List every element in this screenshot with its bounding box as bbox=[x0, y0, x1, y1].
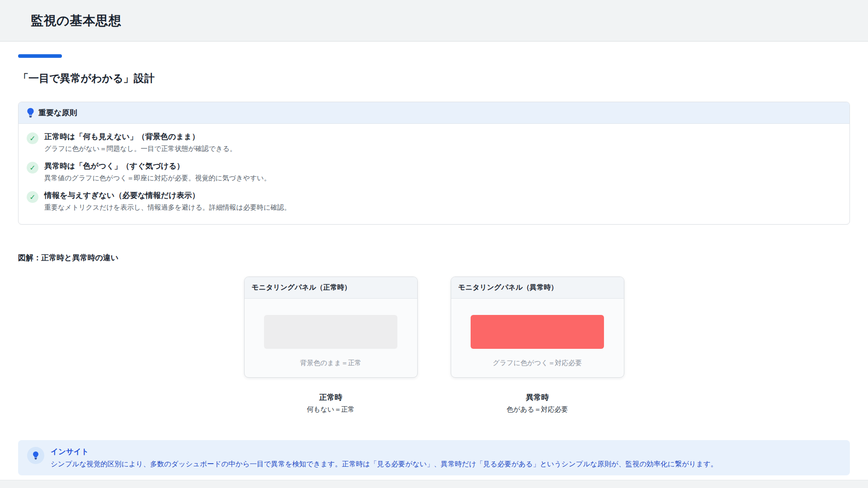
principle-item-description: 異常値のグラフに色がつく＝即座に対応が必要。視覚的に気づきやすい。 bbox=[44, 174, 271, 183]
graph-placeholder-normal bbox=[264, 315, 397, 349]
monitoring-panel-normal: モニタリングパネル（正常時） 背景色のまま＝正常 bbox=[244, 277, 418, 378]
footer-band bbox=[0, 480, 868, 488]
panel-header: モニタリングパネル（正常時） bbox=[245, 277, 417, 299]
principles-list: ✓ 正常時は「何も見えない」（背景色のまま） グラフに色がない＝問題なし。一目で… bbox=[19, 124, 849, 224]
principle-item-text: 正常時は「何も見えない」（背景色のまま） グラフに色がない＝問題なし。一目で正常… bbox=[44, 132, 236, 153]
insight-body: シンプルな視覚的区別により、多数のダッシュボードの中から一目で異常を検知できます… bbox=[51, 459, 717, 469]
panel-header: モニタリングパネル（異常時） bbox=[451, 277, 624, 299]
panel-caption: グラフに色がつく＝対応必要 bbox=[451, 359, 624, 367]
insight-box: インサイト シンプルな視覚的区別により、多数のダッシュボードの中から一目で異常を… bbox=[18, 440, 850, 476]
principles-header-label: 重要な原則 bbox=[38, 108, 77, 118]
section-heading: 「一目で異常がわかる」設計 bbox=[18, 71, 850, 85]
lightbulb-icon bbox=[27, 108, 34, 117]
panel-caption: 背景色のまま＝正常 bbox=[245, 359, 417, 367]
check-icon: ✓ bbox=[27, 132, 38, 144]
state-description-normal: 何もない＝正常 bbox=[307, 405, 354, 414]
monitoring-panel-alert: モニタリングパネル（異常時） グラフに色がつく＝対応必要 bbox=[451, 277, 624, 378]
principle-item: ✓ 異常時は「色がつく」（すぐ気づける） 異常値のグラフに色がつく＝即座に対応が… bbox=[27, 161, 841, 183]
panel-body: 背景色のまま＝正常 bbox=[245, 299, 417, 367]
check-icon: ✓ bbox=[27, 191, 38, 203]
state-title-alert: 異常時 bbox=[526, 392, 549, 403]
principle-item-title: 異常時は「色がつく」（すぐ気づける） bbox=[44, 161, 271, 172]
principle-item-title: 情報を与えすぎない（必要な情報だけ表示） bbox=[44, 191, 291, 201]
state-description-alert: 色がある＝対応必要 bbox=[506, 405, 568, 414]
graph-placeholder-alert bbox=[471, 315, 604, 349]
accent-bar bbox=[18, 54, 62, 58]
normal-state-column: モニタリングパネル（正常時） 背景色のまま＝正常 正常時 何もない＝正常 bbox=[244, 277, 418, 414]
state-title-normal: 正常時 bbox=[319, 392, 342, 403]
principle-item-text: 異常時は「色がつく」（すぐ気づける） 異常値のグラフに色がつく＝即座に対応が必要… bbox=[44, 161, 271, 183]
page-header: 監視の基本思想 bbox=[0, 0, 868, 42]
principle-item: ✓ 情報を与えすぎない（必要な情報だけ表示） 重要なメトリクスだけを表示し、情報… bbox=[27, 191, 841, 212]
diagram-cards-row: モニタリングパネル（正常時） 背景色のまま＝正常 正常時 何もない＝正常 モニタ… bbox=[18, 277, 850, 414]
principle-item-description: グラフに色がない＝問題なし。一目で正常状態が確認できる。 bbox=[44, 144, 236, 153]
principle-item-title: 正常時は「何も見えない」（背景色のまま） bbox=[44, 132, 236, 142]
alert-state-column: モニタリングパネル（異常時） グラフに色がつく＝対応必要 異常時 色がある＝対応… bbox=[451, 277, 624, 414]
page-title: 監視の基本思想 bbox=[31, 12, 121, 29]
check-icon: ✓ bbox=[27, 162, 38, 174]
insight-title: インサイト bbox=[51, 447, 717, 457]
main-content: 「一目で異常がわかる」設計 重要な原則 ✓ 正常時は「何も見えない」（背景色のま… bbox=[0, 54, 868, 475]
principles-box-header: 重要な原則 bbox=[19, 102, 849, 124]
lightbulb-icon bbox=[27, 447, 44, 464]
principle-item: ✓ 正常時は「何も見えない」（背景色のまま） グラフに色がない＝問題なし。一目で… bbox=[27, 132, 841, 153]
principle-item-text: 情報を与えすぎない（必要な情報だけ表示） 重要なメトリクスだけを表示し、情報過多… bbox=[44, 191, 291, 212]
insight-text-block: インサイト シンプルな視覚的区別により、多数のダッシュボードの中から一目で異常を… bbox=[51, 447, 717, 469]
principle-item-description: 重要なメトリクスだけを表示し、情報過多を避ける。詳細情報は必要時に確認。 bbox=[44, 203, 291, 212]
panel-body: グラフに色がつく＝対応必要 bbox=[451, 299, 624, 367]
principles-box: 重要な原則 ✓ 正常時は「何も見えない」（背景色のまま） グラフに色がない＝問題… bbox=[18, 102, 850, 225]
diagram-label: 図解：正常時と異常時の違い bbox=[18, 253, 850, 263]
